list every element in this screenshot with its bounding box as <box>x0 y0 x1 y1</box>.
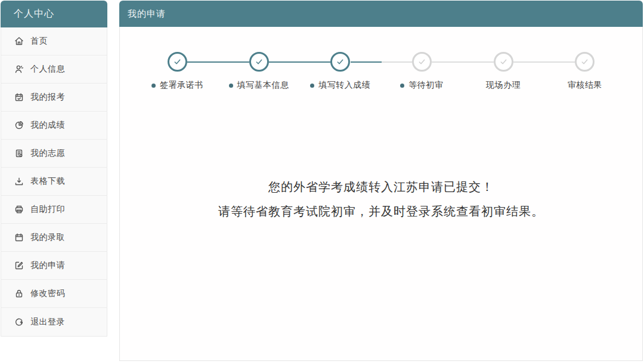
step-2: 填写基本信息 <box>218 52 300 91</box>
step-connector <box>187 61 249 63</box>
sidebar-item-label: 我的成绩 <box>30 120 65 131</box>
edit-icon <box>14 261 24 271</box>
sidebar-item-label: 修改密码 <box>30 288 65 299</box>
calendar-icon <box>14 233 24 243</box>
sidebar-item-label: 自助打印 <box>30 204 65 215</box>
calendar-check-icon <box>14 92 24 103</box>
sidebar-item-user[interactable]: 个人信息 <box>1 55 107 84</box>
step-check-pending-icon <box>575 52 595 72</box>
step-1: 签署承诺书 <box>137 52 218 91</box>
step-label-text: 签署承诺书 <box>160 80 203 91</box>
sidebar: 个人中心 首页个人信息我的报考我的成绩我的志愿表格下载自助打印我的录取我的申请修… <box>1 1 107 336</box>
step-6: 审核结果 <box>544 52 626 91</box>
home-icon <box>14 36 24 47</box>
step-label-text: 审核结果 <box>568 80 602 91</box>
step-connector <box>269 61 331 63</box>
main-panel: 我的申请 签署承诺书填写基本信息填写转入成绩等待初审现场办理审核结果 您的外省学… <box>119 1 643 361</box>
main-body: 签署承诺书填写基本信息填写转入成绩等待初审现场办理审核结果 您的外省学考成绩转入… <box>119 27 643 361</box>
sidebar-item-label: 我的报考 <box>30 92 65 103</box>
sidebar-item-edit[interactable]: 我的申请 <box>1 252 107 280</box>
step-5: 现场办理 <box>463 52 544 91</box>
download-icon <box>14 177 24 187</box>
step-label: 填写转入成绩 <box>310 80 370 91</box>
submission-message-line2: 请等待省教育考试院初审，并及时登录系统查看初审结果。 <box>120 199 642 224</box>
step-bullet-dot <box>310 84 314 88</box>
sidebar-menu: 首页个人信息我的报考我的成绩我的志愿表格下载自助打印我的录取我的申请修改密码退出… <box>1 27 107 337</box>
sidebar-item-home[interactable]: 首页 <box>1 27 107 55</box>
step-label-text: 等待初审 <box>408 80 443 91</box>
step-label-text: 现场办理 <box>486 80 521 91</box>
sidebar-item-logout[interactable]: 退出登录 <box>1 308 107 336</box>
step-bullet-dot <box>151 84 156 88</box>
sidebar-item-calendar-check[interactable]: 我的报考 <box>1 84 107 112</box>
sidebar-item-label: 表格下载 <box>30 176 65 187</box>
sidebar-item-label: 个人信息 <box>30 64 65 75</box>
submission-message-line1: 您的外省学考成绩转入江苏申请已提交！ <box>120 175 642 199</box>
step-check-pending-icon <box>412 52 432 72</box>
step-check-done-icon <box>168 52 187 72</box>
step-connector <box>432 61 494 63</box>
sidebar-item-label: 我的申请 <box>30 260 65 271</box>
step-label: 签署承诺书 <box>151 80 203 91</box>
logout-icon <box>14 317 24 327</box>
sidebar-item-label: 我的志愿 <box>30 148 65 159</box>
sidebar-item-label: 退出登录 <box>30 317 65 328</box>
sidebar-item-lock[interactable]: 修改密码 <box>1 280 107 308</box>
sidebar-item-label: 首页 <box>30 36 48 47</box>
step-label: 现场办理 <box>486 80 521 91</box>
progress-stepper: 签署承诺书填写基本信息填写转入成绩等待初审现场办理审核结果 <box>120 52 642 91</box>
step-label: 等待初审 <box>400 80 443 91</box>
step-check-done-icon <box>249 52 269 72</box>
page-title: 我的申请 <box>119 1 643 27</box>
step-connector <box>513 61 575 63</box>
sidebar-item-calendar[interactable]: 我的录取 <box>1 224 107 252</box>
step-label: 填写基本信息 <box>229 80 289 91</box>
sidebar-item-pie-chart[interactable]: 我的成绩 <box>1 112 107 140</box>
step-check-done-icon <box>330 52 350 72</box>
sidebar-item-label: 我的录取 <box>30 232 65 243</box>
sidebar-item-clipboard[interactable]: 我的志愿 <box>1 140 107 168</box>
submission-message: 您的外省学考成绩转入江苏申请已提交！ 请等待省教育考试院初审，并及时登录系统查看… <box>120 175 642 224</box>
sidebar-item-printer[interactable]: 自助打印 <box>1 196 107 224</box>
lock-icon <box>14 289 24 299</box>
pie-chart-icon <box>14 121 24 131</box>
sidebar-title: 个人中心 <box>1 1 107 27</box>
step-4: 等待初审 <box>381 52 463 91</box>
step-label-text: 填写基本信息 <box>237 80 289 91</box>
step-check-pending-icon <box>494 52 513 72</box>
step-label: 审核结果 <box>568 80 602 91</box>
step-bullet-dot <box>400 84 404 88</box>
user-icon <box>14 64 24 75</box>
clipboard-icon <box>14 149 24 159</box>
sidebar-item-download[interactable]: 表格下载 <box>1 168 107 196</box>
step-bullet-dot <box>229 84 233 88</box>
step-3: 填写转入成绩 <box>299 52 381 91</box>
printer-icon <box>14 205 24 215</box>
step-connector <box>351 61 413 63</box>
step-label-text: 填写转入成绩 <box>318 80 370 91</box>
